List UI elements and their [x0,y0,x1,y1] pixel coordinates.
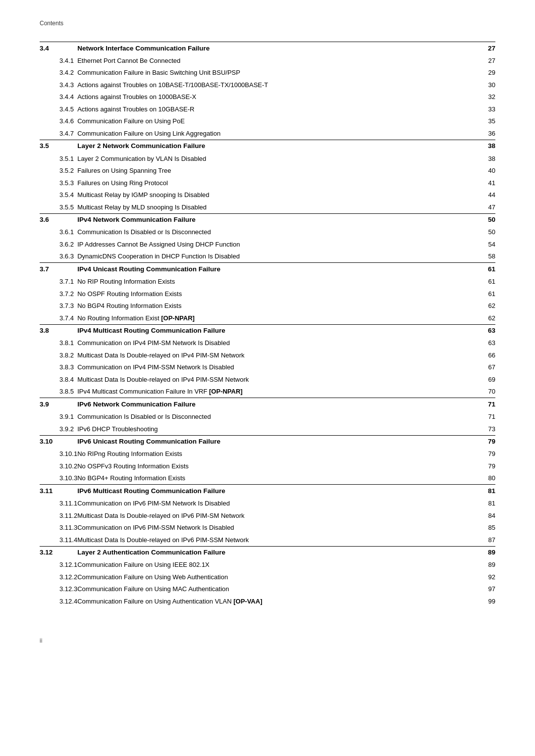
section-page-number: 80 [481,472,495,485]
section-page-number: 33 [481,103,495,115]
section-title: No RIP Routing Information Exists [77,276,481,288]
section-title: Failures on Using Spanning Tree [77,165,481,177]
section-page-number: 44 [481,189,495,202]
section-title: Communication Failure on Using IEEE 802.… [77,559,481,571]
section-page-number: 30 [481,79,495,91]
section-title: No Routing Information Exist [OP-NPAR] [77,312,481,324]
section-number: 3.7.2 [40,288,77,300]
toc-section-level1: 3.9IPv6 Network Communication Failure71 [40,398,495,411]
toc-section-level2: 3.12.1Communication Failure on Using IEE… [40,559,495,571]
section-title: IPv6 Unicast Routing Communication Failu… [77,435,481,448]
toc-section-level2: 3.11.2Multicast Data Is Double-relayed o… [40,509,495,522]
section-page-number: 32 [481,91,495,103]
toc-section-level2: 3.11.1Communication on IPv6 PIM-SM Netwo… [40,498,495,510]
section-title: DynamicDNS Cooperation in DHCP Function … [77,251,481,263]
section-page-number: 67 [481,361,495,374]
section-title: No OSPF Routing Information Exists [77,288,481,300]
section-number: 3.4 [40,42,77,55]
toc-section-level2: 3.4.7Communication Failure on Using Link… [40,127,495,140]
section-page-number: 99 [481,595,495,607]
section-title: Communication Failure on Using Link Aggr… [77,127,481,140]
section-title: Communication Failure on Using Web Authe… [77,571,481,583]
toc-section-level2: 3.12.2Communication Failure on Using Web… [40,571,495,583]
section-page-number: 38 [481,152,495,165]
section-page-number: 27 [481,54,495,67]
section-number: 3.5.2 [40,165,77,177]
toc-section-level2: 3.6.2IP Addresses Cannot Be Assigned Usi… [40,238,495,251]
section-number: 3.11.1 [40,498,77,510]
section-number: 3.12 [40,546,77,559]
section-page-number: 89 [481,546,495,559]
section-number: 3.7.4 [40,312,77,324]
toc-section-level2: 3.4.2Communication Failure in Basic Swit… [40,67,495,79]
section-title: IPv6 DHCP Troubleshooting [77,423,481,435]
toc-section-level2: 3.7.2No OSPF Routing Information Exists6… [40,288,495,300]
section-title: IP Addresses Cannot Be Assigned Using DH… [77,238,481,251]
section-number: 3.10 [40,435,77,448]
toc-section-level2: 3.7.3No BGP4 Routing Information Exists6… [40,300,495,312]
toc-section-level2: 3.8.2Multicast Data Is Double-relayed on… [40,349,495,361]
section-title: Multicast Relay by IGMP snooping Is Disa… [77,189,481,202]
section-page-number: 58 [481,251,495,263]
section-number: 3.10.3 [40,472,77,485]
section-page-number: 41 [481,177,495,189]
toc-section-level2: 3.4.6Communication Failure on Using PoE3… [40,115,495,128]
toc-section-level2: 3.5.4Multicast Relay by IGMP snooping Is… [40,189,495,202]
section-title: Multicast Relay by MLD snooping Is Disab… [77,201,481,213]
toc-section-level1: 3.8IPv4 Multicast Routing Communication … [40,324,495,337]
section-title: No OSPFv3 Routing Information Exists [77,460,481,472]
toc-section-level2: 3.5.3Failures on Using Ring Protocol41 [40,177,495,189]
section-number: 3.12.3 [40,583,77,596]
section-number: 3.8 [40,324,77,337]
toc-section-level2: 3.9.1Communication Is Disabled or Is Dis… [40,411,495,423]
section-page-number: 69 [481,373,495,386]
section-page-number: 40 [481,165,495,177]
section-number: 3.5.5 [40,201,77,213]
section-page-number: 36 [481,127,495,140]
section-number: 3.8.1 [40,337,77,350]
section-number: 3.10.2 [40,460,77,472]
section-page-number: 92 [481,571,495,583]
toc-section-level1: 3.4Network Interface Communication Failu… [40,42,495,55]
section-number: 3.4.4 [40,91,77,103]
section-title: No BGP4 Routing Information Exists [77,300,481,312]
section-page-number: 35 [481,115,495,128]
section-number: 3.6.2 [40,238,77,251]
section-number: 3.8.2 [40,349,77,361]
section-page-number: 70 [481,386,495,398]
section-title: IPv6 Multicast Routing Communication Fai… [77,485,481,498]
section-number: 3.9.1 [40,411,77,423]
section-page-number: 89 [481,559,495,571]
section-number: 3.4.1 [40,54,77,67]
toc-section-level1: 3.7IPv4 Unicast Routing Communication Fa… [40,263,495,276]
section-page-number: 71 [481,411,495,423]
section-page-number: 61 [481,276,495,288]
section-page-number: 47 [481,201,495,213]
section-number: 3.4.3 [40,79,77,91]
toc-section-level1: 3.11IPv6 Multicast Routing Communication… [40,485,495,498]
section-page-number: 50 [481,226,495,239]
section-title: Multicast Data Is Double-relayed on IPv6… [77,509,481,522]
section-page-number: 85 [481,522,495,534]
section-title: Communication on IPv4 PIM-SM Network Is … [77,337,481,350]
section-page-number: 61 [481,288,495,300]
section-number: 3.11.2 [40,509,77,522]
toc-section-level2: 3.8.1Communication on IPv4 PIM-SM Networ… [40,337,495,350]
toc-section-level2: 3.9.2IPv6 DHCP Troubleshooting73 [40,423,495,435]
section-title: Communication Failure on Using PoE [77,115,481,128]
toc-section-level2: 3.4.1Ethernet Port Cannot Be Connected27 [40,54,495,67]
toc-section-level2: 3.7.4No Routing Information Exist [OP-NP… [40,312,495,324]
section-number: 3.11.3 [40,522,77,534]
section-number: 3.4.5 [40,103,77,115]
page-header-label: Contents [40,20,495,27]
section-title: Ethernet Port Cannot Be Connected [77,54,481,67]
section-title: Multicast Data Is Double-relayed on IPv6… [77,534,481,546]
toc-section-level2: 3.10.3No BGP4+ Routing Information Exist… [40,472,495,485]
section-title: Network Interface Communication Failure [77,42,481,55]
section-number: 3.6.3 [40,251,77,263]
toc-section-level1: 3.12Layer 2 Authentication Communication… [40,546,495,559]
toc-section-level2: 3.6.1Communication Is Disabled or Is Dis… [40,226,495,239]
section-page-number: 29 [481,67,495,79]
section-title: Actions against Troubles on 10GBASE-R [77,103,481,115]
section-number: 3.6.1 [40,226,77,239]
